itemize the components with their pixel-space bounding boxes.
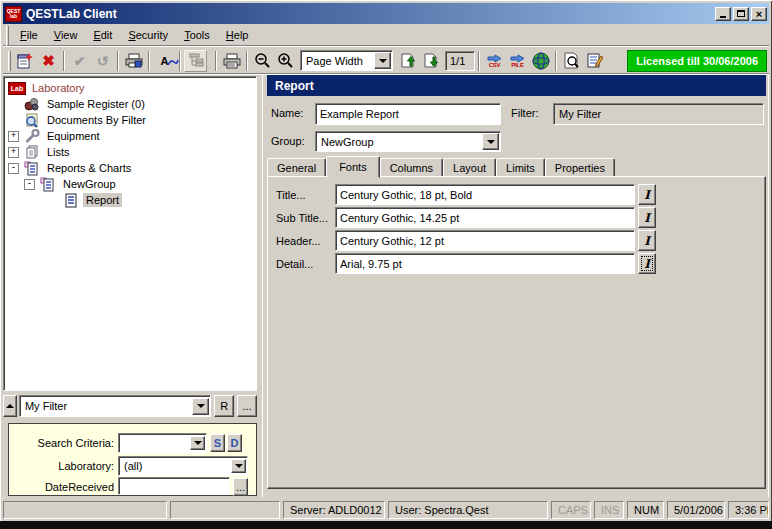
tab-general[interactable]: General [267,158,326,177]
filter-collapse-button[interactable] [3,395,17,417]
group-combo[interactable]: NewGroup [315,131,501,152]
font-edit-button[interactable]: I [638,184,656,205]
zoom-level-combo[interactable]: Page Width [300,50,393,71]
combo-dropdown-button[interactable] [374,52,391,69]
font-edit-button[interactable]: I [638,253,656,274]
menu-security[interactable]: Security [120,27,176,44]
menu-help[interactable]: Help [218,27,257,44]
name-field[interactable] [315,103,501,125]
tree-item-documents-by-filter[interactable]: Documents By Filter [4,112,256,128]
combo-dropdown-button[interactable] [231,459,246,473]
tab-limits[interactable]: Limits [496,158,545,177]
font-value-field[interactable] [335,230,635,251]
print-button[interactable] [220,50,243,72]
maximize-button[interactable] [733,7,749,21]
delete-button[interactable]: ✖ [37,50,60,72]
minimize-button[interactable] [715,7,731,21]
expand-icon[interactable]: + [8,147,19,158]
web-export-button[interactable] [529,50,552,72]
apply-button[interactable]: ✔ [68,50,91,72]
tree-item-label[interactable]: Equipment [44,129,103,143]
zoom-in-button[interactable] [274,50,297,72]
tree-item-label[interactable]: Reports & Charts [44,161,134,175]
date-received-field[interactable] [118,477,230,495]
name-input[interactable] [316,104,500,124]
tree-item-equipment[interactable]: +Equipment [4,128,256,144]
menu-tools[interactable]: Tools [176,27,218,44]
font-edit-button[interactable]: I [638,230,656,251]
toolbar-grip[interactable] [8,51,11,71]
date-received-input[interactable] [119,478,229,494]
tab-fonts[interactable]: Fonts [326,156,380,178]
export-csv-button[interactable]: CSV [483,50,506,72]
menu-grip[interactable] [6,26,9,46]
font-value-field[interactable] [335,253,635,274]
status-server: Server: ADLD0012 [283,501,385,519]
combo-dropdown-button[interactable] [192,398,209,415]
combo-dropdown-button[interactable] [190,436,205,450]
tree-item-report[interactable]: Report [4,192,256,208]
date-more-button[interactable]: ... [233,478,248,496]
print-record-button[interactable] [122,50,145,72]
tree-view-button[interactable] [184,50,207,72]
zoom-level-value: Page Width [301,55,373,67]
undo-button[interactable]: ↺ [91,50,114,72]
font-value-input[interactable] [336,185,634,204]
new-record-button[interactable] [14,50,37,72]
font-value-field[interactable] [335,207,635,228]
search-criteria-combo[interactable] [118,433,207,453]
d-button[interactable]: D [227,434,242,452]
navigation-tree: LabLaboratorySample Register (0)Document… [3,76,257,391]
fonts-tab-page: Title...ISub Title...IHeader...IDetail..… [267,176,766,489]
close-button[interactable]: × [751,7,767,21]
expand-icon[interactable]: + [8,131,19,142]
tab-columns[interactable]: Columns [380,158,443,177]
tree-item-reports-charts[interactable]: -Reports & Charts [4,160,256,176]
tree-item-laboratory[interactable]: LabLaboratory [4,80,256,96]
tree-item-label[interactable]: Laboratory [29,81,88,95]
tree-item-label[interactable]: Report [83,193,122,207]
tab-properties[interactable]: Properties [545,158,615,177]
tree-item-label[interactable]: Sample Register (0) [44,97,148,111]
tree-item-label[interactable]: Documents By Filter [44,113,149,127]
collapse-icon[interactable]: - [8,163,19,174]
filter-more-button[interactable]: ... [237,395,257,417]
menu-file[interactable]: File [12,27,46,44]
window-bottom-edge [0,521,772,529]
documents-filter-icon [23,112,41,128]
title-bar[interactable]: QESTlab QESTLab Client × [3,3,769,24]
new-form-icon [17,53,34,69]
tree-item-label[interactable]: NewGroup [60,177,119,191]
font-value-input[interactable] [336,208,634,227]
s-button[interactable]: S [210,434,225,452]
menu-edit[interactable]: Edit [85,27,120,44]
group-label: Group: [271,135,305,147]
export-pile-button[interactable]: PILE [506,50,529,72]
laboratory-combo[interactable]: (all) [118,456,248,476]
previous-page-button[interactable] [396,50,419,72]
font-button[interactable]: A [153,50,176,72]
font-value-field[interactable] [335,184,635,205]
export-csv-icon: CSV [487,54,503,68]
tree-item-lists[interactable]: +Lists [4,144,256,160]
next-page-button[interactable] [419,50,442,72]
font-field-label: Sub Title... [276,212,328,224]
filter-select-combo[interactable]: My Filter [19,395,211,417]
tree-item-newgroup[interactable]: -NewGroup [4,176,256,192]
font-edit-button[interactable]: I [638,207,656,228]
chevron-down-icon [194,441,202,445]
font-value-input[interactable] [336,254,634,273]
status-time: 3:36 PM [728,501,769,519]
tree-item-label[interactable]: Lists [44,145,73,159]
combo-dropdown-button[interactable] [482,133,499,150]
menu-view[interactable]: View [46,27,86,44]
filter-refresh-button[interactable]: R [214,395,234,417]
zoom-out-button[interactable] [251,50,274,72]
tree-item-sample-register-0[interactable]: Sample Register (0) [4,96,256,112]
edit-document-button[interactable] [583,50,606,72]
tab-layout[interactable]: Layout [443,158,496,177]
font-value-input[interactable] [336,231,634,250]
font-field-row: Detail...I [268,253,765,275]
print-preview-button[interactable] [560,50,583,72]
collapse-icon[interactable]: - [24,179,35,190]
